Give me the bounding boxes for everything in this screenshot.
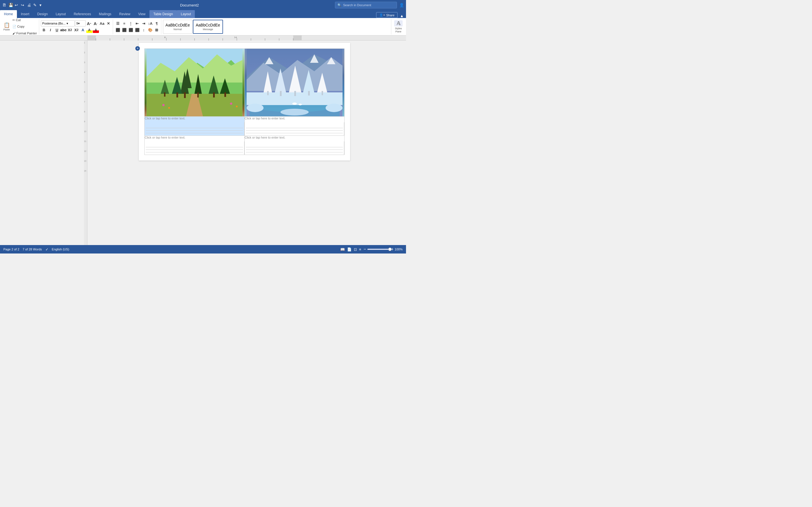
bullets-button[interactable]: ☰	[115, 20, 121, 26]
style-normal[interactable]: AaBbCcDdEe Normal	[163, 20, 192, 34]
undo-icon[interactable]: ↩	[15, 3, 19, 7]
highlight-button[interactable]: A	[86, 27, 93, 33]
search-placeholder: Search in Document	[343, 3, 371, 7]
tab-references[interactable]: References	[70, 10, 95, 18]
multilevel-list-button[interactable]: ⋮	[128, 20, 134, 26]
winter-scene	[245, 49, 345, 116]
zoom-slider[interactable]	[367, 249, 390, 250]
print-icon[interactable]: 🖨	[27, 3, 32, 7]
nested-line-3	[146, 133, 243, 133]
nested-line-11	[246, 150, 343, 150]
align-left-button[interactable]: ⬛	[115, 27, 121, 33]
change-case-button[interactable]: Aa	[99, 20, 105, 26]
nested-col-2	[245, 122, 345, 135]
line-spacing-button[interactable]: ↕	[141, 27, 147, 33]
account-icon[interactable]: 👤	[399, 3, 404, 7]
search-bar[interactable]: 🔍 Search in Document	[335, 2, 397, 8]
tab-mailings[interactable]: Mailings	[95, 10, 115, 18]
svg-rect-1	[87, 36, 96, 41]
clear-formatting-button[interactable]: ✕	[105, 20, 112, 26]
zoom-out-button[interactable]: −	[363, 247, 366, 252]
cell-placeholder-4: Click or tap here to enter text.	[245, 136, 285, 139]
font-size-selector[interactable]: 9 ▾	[75, 20, 86, 26]
tab-view[interactable]: View	[134, 10, 149, 18]
nested-col-4	[245, 142, 345, 155]
align-center-button[interactable]: ⬛	[121, 27, 128, 33]
nested-line-4	[246, 128, 343, 128]
italic-button[interactable]: I	[47, 27, 54, 33]
font-grow-button[interactable]: A+	[86, 20, 92, 26]
table-cell-text-2[interactable]: Click or tap here to enter text.	[245, 117, 345, 136]
collapse-ribbon-icon[interactable]: ▲	[398, 13, 406, 18]
show-formatting-button[interactable]: ¶	[154, 20, 160, 26]
nested-line-7	[146, 147, 243, 147]
zoom-control: − + 100%	[363, 247, 403, 252]
redo-icon[interactable]: ↪	[21, 3, 26, 7]
decrease-indent-button[interactable]: ⇤	[134, 20, 140, 26]
bold-button[interactable]: B	[41, 27, 47, 33]
styles-pane-button[interactable]: 𝔸 Styles Pane	[393, 20, 404, 34]
cut-button[interactable]: ✂ Cut	[11, 17, 38, 23]
svg-rect-2	[293, 36, 302, 41]
svg-rect-33	[164, 93, 165, 97]
shading-button[interactable]: 🎨	[147, 27, 153, 33]
superscript-button[interactable]: X2	[73, 27, 80, 33]
table-cell-text-4[interactable]: Click or tap here to enter text.	[245, 136, 345, 155]
print-layout-icon[interactable]: 📄	[347, 247, 352, 251]
font-row1: Posterama (Bo... ▾ 9 ▾ A+ A- Aa ✕	[41, 20, 112, 26]
align-right-button[interactable]: ⬛	[128, 27, 134, 33]
document-area[interactable]: +	[87, 41, 402, 245]
strikethrough-button[interactable]: abc	[60, 27, 66, 33]
zoom-level: 100%	[395, 247, 403, 251]
style-message-label: Message	[203, 28, 213, 31]
svg-rect-31	[176, 93, 178, 98]
style-message[interactable]: AaBbCcDdEe Message	[193, 20, 223, 34]
underline-button[interactable]: U	[54, 27, 60, 33]
share-button[interactable]: 👤+ Share	[376, 12, 398, 18]
justify-button[interactable]: ⬛	[134, 27, 140, 33]
svg-rect-27	[184, 93, 186, 98]
numbering-button[interactable]: ≡	[121, 20, 128, 26]
paragraph-subgroup: ☰ ≡ ⋮ ⇤ ⇥ ↕A ¶ ⬛ ⬛ ⬛ ⬛ ↕ 🎨 ⊞	[115, 20, 160, 33]
nested-table-left	[145, 122, 245, 135]
tab-layout[interactable]: Layout	[52, 10, 70, 18]
subscript-button[interactable]: X2	[67, 27, 73, 33]
font-color-button[interactable]: A	[93, 27, 99, 33]
svg-point-62	[325, 104, 342, 112]
nested-line-8	[146, 150, 243, 150]
add-row-button[interactable]: +	[135, 46, 140, 51]
table-cell-summer-image	[145, 49, 245, 117]
more-icon[interactable]: ▾	[40, 3, 44, 7]
font-family-selector[interactable]: Posterama (Bo... ▾	[41, 20, 75, 26]
options-icon[interactable]: ✎	[33, 3, 38, 7]
titlebar-left: 🖹 💾 ↩ ↪ 🖨 ✎ ▾	[2, 3, 44, 7]
tab-layout-contextual[interactable]: Layout	[177, 10, 195, 18]
table-cell-text-3[interactable]: Click or tap here to enter text.	[145, 136, 245, 155]
styles-group: AaBbCcDdEe Normal AaBbCcDdEe Message	[162, 19, 391, 34]
word-count: 7 of 28 Words	[22, 247, 42, 251]
zoom-slider-thumb[interactable]	[388, 247, 392, 251]
nested-table-bottom-right	[245, 142, 345, 155]
font-shrink-button[interactable]: A-	[93, 20, 99, 26]
summer-scene-svg	[145, 49, 245, 116]
track-changes-icon[interactable]: ✓	[45, 247, 49, 251]
focus-mode-icon[interactable]: ⊡	[354, 247, 357, 251]
table-cell-text-1[interactable]: Click or tap here to enter text.	[145, 117, 245, 136]
increase-indent-button[interactable]: ⇥	[141, 20, 147, 26]
copy-button[interactable]: 📄 Copy	[11, 24, 38, 30]
tab-table-design[interactable]: Table Design	[149, 10, 177, 18]
read-mode-icon[interactable]: 📖	[340, 247, 345, 251]
tab-review[interactable]: Review	[115, 10, 134, 18]
text-effects-button[interactable]: A	[80, 27, 86, 33]
paste-button[interactable]: 📋 Paste	[2, 20, 11, 34]
save-icon[interactable]: 💾	[8, 3, 13, 7]
svg-rect-56	[294, 91, 296, 96]
clipboard-group: 📋 Paste ✂ Cut 📄 Copy 🖌 Format Painter	[1, 19, 39, 34]
outline-view-icon[interactable]: ≡	[359, 247, 361, 251]
right-area	[402, 41, 406, 245]
borders-button[interactable]: ⊞	[154, 27, 160, 33]
table-row: Click or tap here to enter text. Click o…	[145, 136, 345, 155]
nested-table-right	[245, 122, 345, 135]
sort-button[interactable]: ↕A	[147, 20, 153, 26]
winter-scene-svg	[245, 49, 345, 116]
